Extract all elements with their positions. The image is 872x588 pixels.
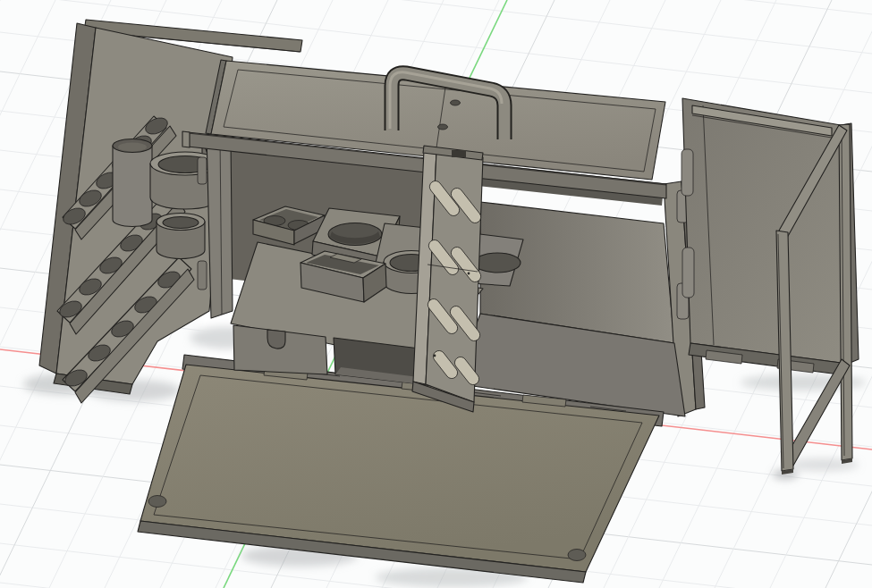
cad-viewport-canvas[interactable] bbox=[0, 0, 872, 588]
frame-far-member bbox=[839, 124, 852, 460]
small-cup-holder-ring[interactable] bbox=[157, 214, 205, 259]
left-door-hinge bbox=[198, 261, 207, 290]
barrel-hinge bbox=[682, 149, 693, 196]
tall-cylinder-holder[interactable] bbox=[113, 139, 152, 227]
finger-notch bbox=[267, 330, 285, 349]
lid-hole bbox=[438, 124, 448, 130]
right-door-face bbox=[682, 98, 848, 364]
corner-hole bbox=[148, 496, 166, 508]
barrel-hinge bbox=[682, 248, 694, 298]
corner-hole bbox=[568, 550, 586, 561]
left-door-hinge bbox=[198, 157, 207, 184]
lid-hole bbox=[451, 100, 461, 105]
divider-bracket[interactable] bbox=[412, 146, 483, 412]
left-wall-inner bbox=[207, 134, 233, 318]
cad-viewport[interactable] bbox=[0, 0, 872, 588]
